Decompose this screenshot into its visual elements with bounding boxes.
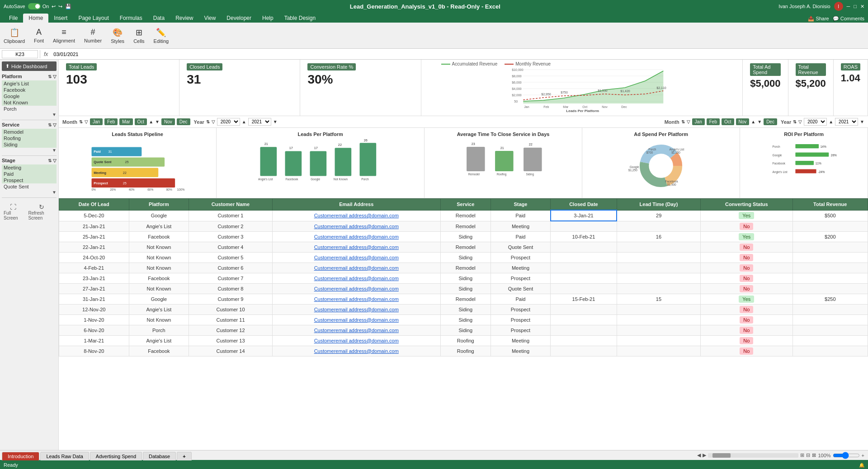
cell-1[interactable]: Not Known — [129, 314, 189, 325]
cell-1[interactable]: Facebook — [129, 346, 189, 356]
year-select-2021-left[interactable]: 20212020 — [248, 118, 271, 126]
year-select-2020-left[interactable]: 20202021 — [217, 118, 240, 126]
stage-sort-icon[interactable]: ⇅ — [48, 158, 52, 163]
cell-3[interactable]: Customeremail address@domain.com — [272, 242, 440, 252]
cell-8[interactable]: Yes — [701, 210, 793, 221]
cell-7[interactable]: 29 — [617, 210, 700, 221]
cell-3[interactable]: Customeremail address@domain.com — [272, 273, 440, 283]
tab-view[interactable]: View — [199, 14, 222, 23]
cell-6[interactable] — [551, 242, 617, 252]
cell-7[interactable] — [617, 242, 700, 252]
cell-7[interactable]: 16 — [617, 231, 700, 242]
month-filter-icon-right[interactable]: ▽ — [687, 119, 690, 124]
cell-5[interactable]: Prospect — [491, 314, 550, 325]
cell-4[interactable]: Roofing — [440, 335, 491, 346]
undo-icon[interactable]: ↩ — [52, 4, 56, 9]
share-button[interactable]: 📤 Share — [808, 16, 829, 22]
tab-data[interactable]: Data — [148, 14, 170, 23]
month-sort-icon-left[interactable]: ⇅ — [79, 119, 83, 124]
close-icon[interactable]: ✕ — [860, 4, 864, 9]
cell-5[interactable]: Paid — [491, 294, 550, 304]
cell-3[interactable]: Customeremail address@domain.com — [272, 314, 440, 325]
view-layout-icon[interactable]: ⊟ — [806, 452, 810, 458]
notification-icon[interactable]: 🔔 — [859, 463, 864, 468]
month-down-left[interactable]: ▼ — [155, 119, 160, 124]
month-up-right[interactable]: ▲ — [751, 119, 755, 124]
cell-4[interactable]: Siding — [440, 231, 491, 242]
cell-9[interactable] — [793, 346, 868, 356]
cell-9[interactable] — [793, 304, 868, 314]
maximize-icon[interactable]: □ — [854, 4, 857, 9]
cell-2[interactable]: Customer 11 — [189, 314, 273, 325]
cell-9[interactable]: $200 — [793, 231, 868, 242]
month-oct-right[interactable]: Oct — [722, 118, 734, 125]
table-row[interactable]: 24-Oct-20Not KnownCustomer 5Customeremai… — [59, 252, 868, 263]
cell-3[interactable]: Customeremail address@domain.com — [272, 221, 440, 231]
cell-6[interactable] — [551, 335, 617, 346]
table-row[interactable]: 21-Jan-21Angie's ListCustomer 2Customere… — [59, 221, 868, 231]
platform-item-angies-list[interactable]: Angie's List — [2, 80, 57, 87]
cell-2[interactable]: Customer 13 — [189, 335, 273, 346]
cell-9[interactable] — [793, 221, 868, 231]
year-sort-icon-right[interactable]: ⇅ — [793, 119, 797, 124]
cell-9[interactable]: $250 — [793, 294, 868, 304]
sheet-tab-advertising[interactable]: Advertising Spend — [90, 452, 142, 460]
service-scroll-down[interactable]: ▼ — [2, 148, 57, 153]
cell-8[interactable]: No — [701, 221, 793, 231]
tab-file[interactable]: File — [4, 14, 23, 23]
cell-6[interactable] — [551, 304, 617, 314]
year-down-right[interactable]: ▼ — [860, 119, 864, 124]
cell-9[interactable]: $500 — [793, 210, 868, 221]
cell-4[interactable]: Siding — [440, 283, 491, 294]
cell-3[interactable]: Customeremail address@domain.com — [272, 231, 440, 242]
year-sort-icon-left[interactable]: ⇅ — [206, 119, 210, 124]
cell-6[interactable] — [551, 273, 617, 283]
platform-item-porch[interactable]: Porch — [2, 106, 57, 112]
cell-8[interactable]: No — [701, 283, 793, 294]
cell-3[interactable]: Customeremail address@domain.com — [272, 283, 440, 294]
tab-help[interactable]: Help — [257, 14, 279, 23]
platform-item-not-known[interactable]: Not Known — [2, 99, 57, 106]
cell-2[interactable]: Customer 5 — [189, 252, 273, 263]
zoom-slider[interactable] — [833, 452, 860, 459]
cell-8[interactable]: Yes — [701, 231, 793, 242]
table-row[interactable]: 12-Nov-20Angie's ListCustomer 10Customer… — [59, 304, 868, 314]
table-row[interactable]: 1-Mar-21Angie's ListCustomer 13Customere… — [59, 335, 868, 346]
month-jan-left[interactable]: Jan — [90, 118, 103, 125]
email-link[interactable]: Customeremail address@domain.com — [314, 255, 399, 260]
cell-4[interactable]: Siding — [440, 325, 491, 335]
editing-group[interactable]: ✏️Editing — [154, 28, 169, 44]
year-select-2020-right[interactable]: 20202021 — [804, 118, 827, 126]
cell-7[interactable]: 15 — [617, 294, 700, 304]
cell-3[interactable]: Customeremail address@domain.com — [272, 346, 440, 356]
service-filter-icon[interactable]: ▽ — [53, 122, 57, 127]
email-link[interactable]: Customeremail address@domain.com — [314, 213, 399, 218]
cell-6[interactable]: 3-Jan-21 — [551, 210, 617, 221]
cell-2[interactable]: Customer 6 — [189, 263, 273, 273]
platform-sort-icon[interactable]: ⇅ — [48, 74, 52, 79]
table-row[interactable]: 31-Jan-21GoogleCustomer 9Customeremail a… — [59, 294, 868, 304]
cell-5[interactable]: Paid — [491, 231, 550, 242]
year-up-left[interactable]: ▲ — [242, 119, 246, 124]
cell-2[interactable]: Customer 14 — [189, 346, 273, 356]
sheet-tab-database[interactable]: Database — [143, 452, 176, 460]
table-row[interactable]: 4-Feb-21Not KnownCustomer 6Customeremail… — [59, 263, 868, 273]
cell-9[interactable] — [793, 252, 868, 263]
cell-2[interactable]: Customer 8 — [189, 283, 273, 294]
cell-7[interactable] — [617, 325, 700, 335]
comments-button[interactable]: 💬 Comments — [833, 16, 864, 22]
stage-filter-icon[interactable]: ▽ — [53, 158, 57, 163]
cell-3[interactable]: Customeremail address@domain.com — [272, 252, 440, 263]
cell-6[interactable] — [551, 283, 617, 294]
cell-5[interactable]: Meeting — [491, 335, 550, 346]
table-row[interactable]: 5-Dec-20GoogleCustomer 1Customeremail ad… — [59, 210, 868, 221]
cell-8[interactable]: No — [701, 335, 793, 346]
cell-7[interactable] — [617, 221, 700, 231]
autosave-toggle[interactable]: On — [28, 3, 49, 9]
cell-1[interactable]: Angie's List — [129, 221, 189, 231]
cell-6[interactable] — [551, 346, 617, 356]
cell-9[interactable] — [793, 283, 868, 294]
cell-8[interactable]: No — [701, 252, 793, 263]
cell-4[interactable]: Remodel — [440, 263, 491, 273]
email-link[interactable]: Customeremail address@domain.com — [314, 317, 399, 323]
